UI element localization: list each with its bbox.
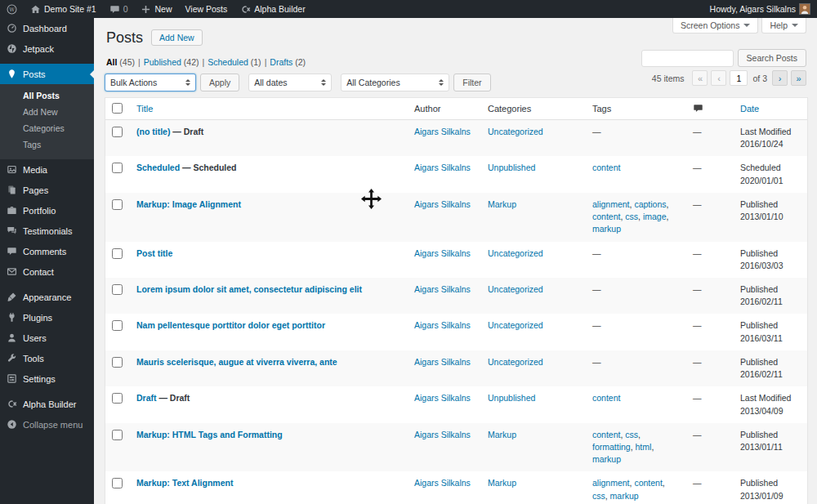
post-title-link[interactable]: Lorem ipsum dolor sit amet, consectetur … [136, 284, 362, 294]
tag-link[interactable]: content [592, 212, 620, 221]
category-link[interactable]: Markup [488, 199, 516, 209]
post-title-link[interactable]: Draft [136, 393, 157, 403]
first-page-button[interactable]: « [692, 70, 708, 86]
tag-link[interactable]: captions [634, 199, 666, 209]
row-checkbox[interactable] [112, 199, 123, 210]
tag-link[interactable]: content [634, 478, 662, 488]
alpha-builder-menu[interactable]: Alpha Builder [234, 0, 311, 18]
row-checkbox[interactable] [112, 127, 123, 137]
search-input[interactable] [641, 50, 734, 67]
tag-link[interactable]: markup [592, 454, 621, 464]
filter-button[interactable]: Filter [453, 74, 490, 91]
sidebar-item-appearance[interactable]: Appearance [0, 287, 94, 307]
column-header-date[interactable]: Date [734, 98, 807, 120]
tag-link[interactable]: formatting [592, 442, 631, 452]
sidebar-subitem-add-new[interactable]: Add New [0, 104, 94, 120]
view-filter-scheduled[interactable]: Scheduled (1) [208, 57, 261, 67]
sidebar-subitem-all-posts[interactable]: All Posts [0, 87, 94, 104]
tag-link[interactable]: html [636, 442, 652, 452]
sidebar-item-contact[interactable]: Contact [0, 261, 94, 282]
post-title-link[interactable]: Nam pellentesque porttitor dolor eget po… [136, 320, 325, 330]
category-link[interactable]: Markup [488, 430, 516, 439]
view-posts-link[interactable]: View Posts [178, 0, 234, 18]
sidebar-item-plugins[interactable]: Plugins [0, 307, 94, 328]
sidebar-item-posts[interactable]: Posts [0, 64, 94, 84]
tag-link[interactable]: alignment [592, 478, 630, 488]
category-link[interactable]: Markup [488, 478, 516, 488]
sidebar-item-pages[interactable]: Pages [0, 180, 94, 200]
author-link[interactable]: Aigars Silkalns [414, 284, 471, 294]
current-page-input[interactable] [730, 70, 748, 86]
view-filter-drafts[interactable]: Drafts (2) [270, 57, 306, 67]
view-filter-all[interactable]: All (45) [106, 57, 135, 67]
row-checkbox[interactable] [112, 357, 123, 368]
post-title-link[interactable]: Markup: HTML Tags and Formatting [136, 430, 283, 439]
sidebar-item-collapse[interactable]: Collapse menu [0, 414, 94, 435]
tag-link[interactable]: content [592, 430, 620, 439]
tag-link[interactable]: css [592, 491, 605, 501]
author-link[interactable]: Aigars Silkalns [414, 478, 471, 488]
category-link[interactable]: Uncategorized [488, 284, 543, 294]
row-checkbox[interactable] [112, 478, 123, 488]
category-link[interactable]: Unpublished [488, 163, 535, 172]
category-link[interactable]: Uncategorized [488, 320, 543, 330]
site-name-menu[interactable]: Demo Site #1 [24, 0, 103, 18]
post-title-link[interactable]: Markup: Image Alignment [136, 199, 241, 209]
author-link[interactable]: Aigars Silkalns [414, 320, 471, 330]
author-link[interactable]: Aigars Silkalns [414, 248, 471, 258]
column-header-title[interactable]: Title [130, 98, 408, 120]
search-posts-button[interactable]: Search Posts [738, 49, 806, 67]
next-page-button[interactable]: › [772, 70, 788, 86]
category-link[interactable]: Uncategorized [488, 127, 543, 136]
bulk-actions-select[interactable]: Bulk Actions [105, 74, 196, 91]
post-title-link[interactable]: Markup: Text Alignment [136, 478, 233, 488]
author-link[interactable]: Aigars Silkalns [414, 357, 471, 367]
tag-link[interactable]: markup [610, 491, 639, 501]
apply-button[interactable]: Apply [200, 74, 239, 91]
category-link[interactable]: Uncategorized [488, 248, 543, 258]
sidebar-item-dashboard[interactable]: Dashboard [0, 18, 94, 38]
tag-link[interactable]: alignment [592, 199, 630, 209]
sidebar-item-testimonials[interactable]: Testimonials [0, 221, 94, 241]
admin-bar-comments[interactable]: 0 [103, 0, 135, 18]
author-link[interactable]: Aigars Silkalns [414, 199, 471, 209]
dates-filter-select[interactable]: All dates [248, 74, 332, 91]
tag-link[interactable]: markup [592, 224, 621, 234]
tag-link[interactable]: content [592, 163, 620, 172]
author-link[interactable]: Aigars Silkalns [414, 393, 471, 403]
wordpress-menu[interactable]: W [0, 0, 24, 18]
post-title-link[interactable]: Scheduled [136, 163, 180, 172]
categories-filter-select[interactable]: All Categories [341, 74, 449, 91]
sidebar-item-alpha-builder[interactable]: Alpha Builder [0, 394, 94, 414]
tag-link[interactable]: css [625, 430, 638, 439]
category-link[interactable]: Unpublished [488, 393, 535, 403]
tag-link[interactable]: image [643, 212, 667, 221]
row-checkbox[interactable] [112, 393, 123, 404]
author-link[interactable]: Aigars Silkalns [414, 127, 471, 136]
post-title-link[interactable]: (no title) [136, 127, 170, 136]
prev-page-button[interactable]: ‹ [711, 70, 726, 86]
sidebar-item-comments[interactable]: Comments [0, 241, 94, 261]
row-checkbox[interactable] [112, 163, 123, 173]
row-checkbox[interactable] [112, 430, 123, 440]
new-content-menu[interactable]: New [134, 0, 178, 18]
sidebar-subitem-categories[interactable]: Categories [0, 120, 94, 136]
post-title-link[interactable]: Post title [136, 248, 172, 258]
row-checkbox[interactable] [112, 248, 123, 259]
sidebar-item-portfolio[interactable]: Portfolio [0, 200, 94, 221]
help-button[interactable]: Help [761, 18, 806, 33]
tag-link[interactable]: content [592, 393, 620, 403]
view-filter-published[interactable]: Published (42) [144, 57, 199, 67]
sidebar-item-settings[interactable]: Settings [0, 368, 94, 389]
post-title-link[interactable]: Mauris scelerisque, augue at viverra viv… [136, 357, 337, 367]
author-link[interactable]: Aigars Silkalns [414, 430, 471, 439]
sidebar-item-users[interactable]: Users [0, 328, 94, 348]
row-checkbox[interactable] [112, 284, 123, 295]
sidebar-subitem-tags[interactable]: Tags [0, 136, 94, 153]
sidebar-item-jetpack[interactable]: Jetpack [0, 38, 94, 59]
last-page-button[interactable]: » [791, 70, 806, 86]
tag-link[interactable]: css [625, 212, 638, 221]
author-link[interactable]: Aigars Silkalns [414, 163, 471, 172]
howdy-account-menu[interactable]: Howdy, Aigars Silkalns [710, 3, 810, 15]
category-link[interactable]: Uncategorized [488, 357, 543, 367]
